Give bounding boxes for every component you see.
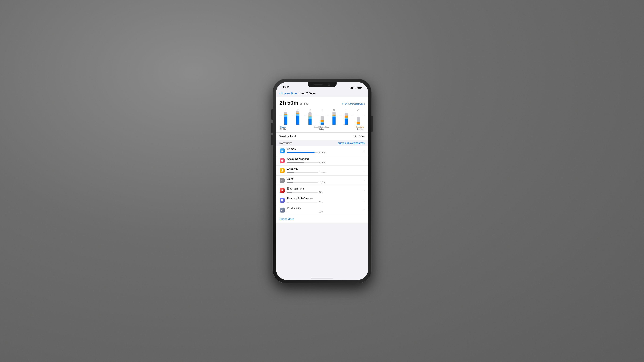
productivity-icon	[280, 208, 284, 213]
games-bar-fill	[287, 152, 314, 153]
games-chevron-icon: ›	[364, 149, 365, 153]
entertainment-icon-wrap	[280, 188, 285, 193]
bar-wednesday	[352, 111, 364, 125]
page-title: Last 7 Days	[300, 92, 316, 95]
chart-legend: Games 5h 40m Social Networking 3h 2m Cre…	[280, 125, 365, 131]
svg-rect-1	[281, 189, 282, 191]
social-icon	[280, 158, 284, 163]
svg-rect-5	[281, 211, 283, 211]
entertainment-bar-row: 54m	[287, 191, 362, 193]
creativity-time: 1h 13m	[319, 171, 326, 174]
bar-tuesday	[340, 111, 352, 125]
productivity-icon-wrap	[280, 207, 285, 213]
summary-section: 2h 50m per day ⬆ 84 % from last week	[276, 97, 368, 108]
list-item[interactable]: Creativity 1h 13m ›	[276, 166, 368, 176]
legend-games: Games 5h 40m	[280, 126, 286, 130]
back-button[interactable]: ‹ Screen Time	[280, 91, 297, 95]
productivity-name: Productivity	[287, 207, 362, 210]
social-details: Social Networking 3h 2m	[287, 157, 362, 164]
reading-bar-row: 25m	[287, 201, 362, 203]
legend-social: Social Networking 3h 2m	[314, 126, 329, 130]
weekly-value: 19h 53m	[353, 135, 364, 138]
wifi-icon	[354, 87, 356, 89]
svg-rect-4	[283, 189, 283, 191]
change-badge: ⬆ 84 % from last week	[342, 102, 364, 105]
other-time: 1h 2m	[319, 181, 325, 184]
legend-social-name: Social Networking	[314, 126, 329, 128]
games-icon-wrap	[280, 148, 285, 154]
other-bar-row: 1h 2m	[287, 181, 362, 184]
reading-chevron-icon: ›	[364, 198, 365, 202]
list-item[interactable]: Games 5h 40m ›	[276, 146, 368, 156]
app-category-list: Games 5h 40m ›	[276, 146, 368, 215]
show-more-label: Show More	[280, 217, 294, 221]
weekly-total-row: Weekly Total 19h 53m	[276, 132, 368, 140]
phone-device: 13:00	[273, 79, 372, 283]
bar-friday	[292, 111, 304, 125]
svg-rect-2	[282, 189, 282, 191]
battery-icon	[358, 87, 361, 89]
home-indicator	[311, 278, 333, 278]
entertainment-bar-fill	[287, 192, 292, 193]
back-label: Screen Time	[280, 92, 297, 95]
show-more-button[interactable]: Show More	[276, 215, 368, 223]
signal-icon	[350, 87, 353, 89]
bar-sunday	[316, 111, 328, 125]
weekly-label: Weekly Total	[280, 135, 296, 138]
other-icon-wrap: ···	[280, 178, 285, 183]
reading-details: Reading & Reference 25m	[287, 197, 362, 203]
creativity-name: Creativity	[287, 167, 362, 170]
list-item[interactable]: Productivity 17m ›	[276, 205, 368, 215]
games-bar-bg	[287, 152, 318, 153]
games-icon	[280, 148, 284, 153]
entertainment-bar-bg	[287, 192, 318, 193]
chart-dashed-line	[280, 115, 365, 115]
day-s2: S	[316, 109, 328, 111]
screen-content[interactable]: ‹ Screen Time Last 7 Days 2h 50m per day…	[276, 90, 368, 280]
day-f: F	[292, 109, 304, 111]
social-icon-wrap	[280, 158, 285, 163]
reading-bar-fill	[287, 202, 290, 202]
creativity-bar-row: 1h 13m	[287, 171, 362, 174]
reading-icon	[280, 198, 284, 203]
productivity-time: 17m	[319, 211, 323, 213]
chart-container: T F S S M T W	[276, 108, 368, 132]
show-apps-button[interactable]: SHOW APPS & WEBSITES	[338, 142, 365, 145]
other-details: Other 1h 2m	[287, 177, 362, 184]
other-bar-bg	[287, 182, 318, 183]
bar-saturday	[304, 111, 316, 125]
list-item[interactable]: Reading & Reference 25m ›	[276, 195, 368, 205]
status-icons	[350, 87, 363, 89]
notch	[308, 82, 336, 87]
creativity-icon-wrap	[280, 168, 285, 173]
creativity-icon	[280, 168, 284, 173]
time-suffix: per day	[300, 102, 308, 105]
creativity-details: Creativity 1h 13m	[287, 167, 362, 174]
productivity-details: Productivity 17m	[287, 207, 362, 213]
chart-bars	[280, 111, 365, 125]
day-m: M	[328, 109, 340, 111]
entertainment-time: 54m	[319, 191, 323, 193]
other-name: Other	[287, 177, 362, 180]
entertainment-chevron-icon: ›	[364, 188, 365, 192]
legend-creativity: Creativity 1h 13m	[356, 126, 364, 130]
daily-time: 2h 50m	[280, 99, 298, 106]
reading-name: Reading & Reference	[287, 197, 362, 200]
entertainment-name: Entertainment	[287, 187, 362, 190]
navigation-bar: ‹ Screen Time Last 7 Days	[276, 90, 368, 97]
svg-point-0	[282, 170, 282, 171]
list-item[interactable]: ··· Other 1h 2m ›	[276, 176, 368, 185]
games-time: 5h 40m	[319, 151, 326, 154]
most-used-header: MOST USED SHOW APPS & WEBSITES	[276, 140, 368, 146]
legend-creativity-value: 1h 13m	[356, 128, 364, 130]
list-item[interactable]: Social Networking 3h 2m ›	[276, 156, 368, 166]
chart-days: T F S S M T W	[280, 108, 365, 111]
reading-bar-bg	[287, 202, 318, 202]
day-s1: S	[304, 109, 316, 111]
list-item[interactable]: Entertainment 54m ›	[276, 185, 368, 195]
productivity-chevron-icon: ›	[364, 208, 365, 212]
reading-icon-wrap	[280, 198, 285, 203]
legend-games-name: Games	[280, 126, 286, 128]
legend-creativity-name: Creativity	[356, 126, 364, 128]
productivity-bar-row: 17m	[287, 211, 362, 213]
